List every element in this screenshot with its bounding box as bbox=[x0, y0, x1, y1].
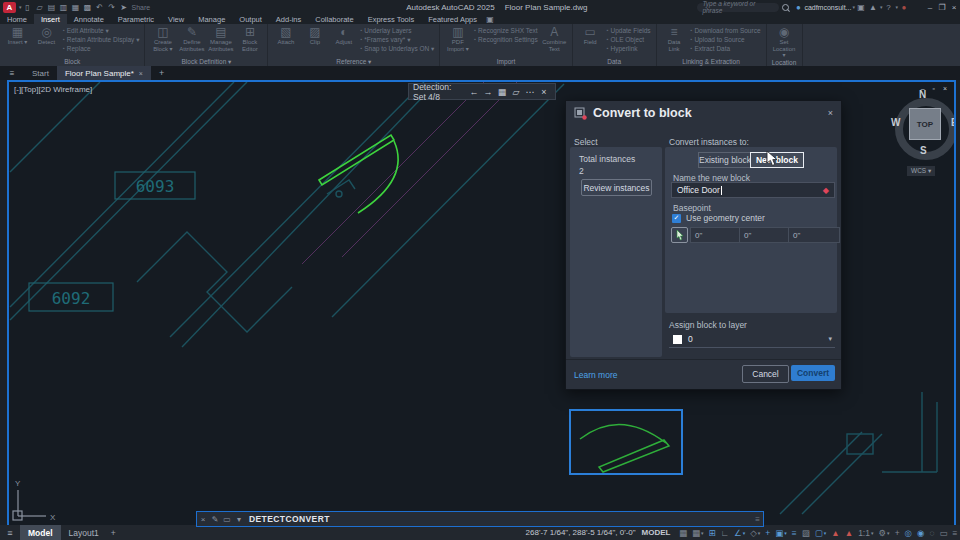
new-file-tab-button[interactable]: + bbox=[159, 68, 164, 78]
viewcube[interactable]: N W E S TOP WCS ▾ bbox=[891, 90, 953, 182]
autoscale-icon[interactable]: ▲ bbox=[842, 528, 855, 538]
ribbon-tab-featured-apps[interactable]: Featured Apps bbox=[421, 14, 484, 24]
annotation-scale-control[interactable]: 1:1▾ bbox=[856, 528, 876, 538]
update-fields-button[interactable]: ▪Update Fields bbox=[607, 26, 651, 35]
transparency-icon[interactable]: ▨ bbox=[799, 528, 812, 538]
layer-dropdown[interactable]: 0 ▾ bbox=[669, 331, 835, 348]
existing-block-toggle[interactable]: Existing block bbox=[698, 152, 752, 168]
layout-menu-icon[interactable]: ≡ bbox=[4, 528, 16, 538]
cart-icon[interactable]: ▣ bbox=[855, 3, 867, 12]
viewcube-north[interactable]: N bbox=[919, 89, 926, 100]
convert-button[interactable]: Convert bbox=[791, 365, 835, 381]
close-command-icon[interactable]: × bbox=[197, 515, 209, 524]
geometry-center-checkbox[interactable]: ✓ bbox=[672, 214, 681, 223]
basepoint-y-field[interactable]: 0" bbox=[739, 227, 791, 243]
snap-mode-icon[interactable]: ▦▾ bbox=[690, 528, 707, 538]
underlay-layers-button[interactable]: ▪Underlay Layers bbox=[360, 26, 434, 35]
upload-to-source-button[interactable]: ▪Upload to Source bbox=[691, 35, 761, 44]
dialog-header[interactable]: Convert to block × bbox=[566, 101, 841, 125]
block-name-input[interactable]: Office Door ◆ bbox=[671, 182, 835, 198]
more-options-icon[interactable]: ⋯ bbox=[523, 87, 537, 97]
learn-more-link[interactable]: Learn more bbox=[574, 370, 617, 380]
osnap-tracking-icon[interactable]: + bbox=[763, 528, 773, 538]
lineweight-icon[interactable]: ≡ bbox=[789, 528, 799, 538]
avatar-icon[interactable]: ● bbox=[898, 3, 910, 12]
manage-attributes-button[interactable]: ▤Manage Attributes bbox=[207, 25, 234, 52]
layout1-tab[interactable]: Layout1 bbox=[61, 525, 107, 540]
ribbon-tab-add-ins[interactable]: Add-ins bbox=[269, 14, 308, 24]
ribbon-tab-express-tools[interactable]: Express Tools bbox=[361, 14, 422, 24]
edit-attribute-button[interactable]: ▪Edit Attribute ▾ bbox=[63, 26, 139, 35]
infer-constraints-icon[interactable]: ⊞ bbox=[706, 528, 718, 538]
clip-button[interactable]: ▨Clip bbox=[301, 25, 328, 46]
recognize-shx-text-button[interactable]: ▪Recognize SHX Text bbox=[474, 26, 537, 35]
ribbon-tab-output[interactable]: Output bbox=[232, 14, 269, 24]
save-as-icon[interactable]: ▥ bbox=[58, 3, 70, 12]
ribbon-tab-manage[interactable]: Manage bbox=[191, 14, 232, 24]
add-layout-button[interactable]: + bbox=[111, 528, 116, 538]
ribbon-tab-view[interactable]: View bbox=[161, 14, 191, 24]
ole-object-button[interactable]: ▪OLE Object bbox=[607, 35, 651, 44]
dialog-close-icon[interactable]: × bbox=[828, 108, 833, 118]
attach-button[interactable]: ▧Attach bbox=[272, 25, 299, 46]
viewcube-south[interactable]: S bbox=[920, 145, 927, 156]
data-link-button[interactable]: ≡Data Link bbox=[661, 25, 688, 52]
search-icon[interactable] bbox=[782, 4, 789, 11]
download-from-source-button[interactable]: ▪Download from Source bbox=[691, 26, 761, 35]
annotation-visibility-icon[interactable]: ▲ bbox=[829, 528, 842, 538]
block-editor-button[interactable]: ⊞Block Editor bbox=[236, 25, 263, 52]
wcs-dropdown[interactable]: WCS ▾ bbox=[907, 166, 935, 176]
pdf-import-button[interactable]: ▥PDF Import ▾ bbox=[444, 25, 471, 52]
model-space-toggle[interactable]: MODEL bbox=[642, 528, 671, 537]
viewport-controls[interactable]: [-][Top][2D Wireframe] bbox=[14, 85, 92, 94]
file-tab-floor-plan[interactable]: Floor Plan Sample* × bbox=[57, 66, 151, 80]
close-icon[interactable]: × bbox=[537, 87, 551, 97]
set-location-button[interactable]: ◉Set Location ▾ bbox=[771, 25, 798, 59]
graphics-performance-icon[interactable]: ◉ bbox=[915, 528, 927, 538]
selection-cycling-icon[interactable]: ▢▾ bbox=[812, 528, 829, 538]
zoom-status-icon[interactable]: ◌ bbox=[927, 528, 937, 538]
share-button[interactable]: Share bbox=[132, 4, 151, 11]
grid-icon[interactable]: ▦ bbox=[677, 528, 690, 538]
workspace-gear-icon[interactable]: ⚙▾ bbox=[876, 528, 892, 538]
annotation-monitor-icon[interactable]: + bbox=[892, 528, 902, 538]
adjust-button[interactable]: ◐Adjust bbox=[330, 25, 357, 46]
use-geometry-center-row[interactable]: ✓ Use geometry center bbox=[672, 213, 765, 223]
retain-attribute-display-button[interactable]: ▪Retain Attribute Display ▾ bbox=[63, 35, 139, 44]
object-snap-icon[interactable]: ▣▾ bbox=[773, 528, 790, 538]
detect-button[interactable]: ◎Detect bbox=[33, 25, 60, 46]
redo-icon[interactable]: ↷ bbox=[106, 3, 118, 12]
viewcube-east[interactable]: E bbox=[951, 117, 956, 128]
hyperlink-button[interactable]: ▪Hyperlink bbox=[607, 44, 651, 53]
define-attributes-button[interactable]: ✎Define Attributes bbox=[178, 25, 205, 52]
frames-vary-button[interactable]: ▪*Frames vary* ▾ bbox=[360, 35, 434, 44]
remove-detection-icon[interactable]: ▱ bbox=[509, 87, 523, 97]
user-icon[interactable]: ● bbox=[792, 3, 804, 12]
field-button[interactable]: ▭Field bbox=[577, 25, 604, 46]
recent-commands-icon[interactable]: ▭ bbox=[221, 515, 233, 524]
create-block-button[interactable]: ◫Create Block ▾ bbox=[149, 25, 176, 52]
ribbon-tab-collaborate[interactable]: Collaborate bbox=[308, 14, 360, 24]
replace-button[interactable]: ▪Replace bbox=[63, 44, 139, 53]
ribbon-panel-label-import[interactable]: Import bbox=[440, 57, 571, 66]
share-icon[interactable]: ➤ bbox=[118, 3, 130, 12]
help-icon[interactable]: ? bbox=[882, 3, 894, 12]
detected-door-instance[interactable] bbox=[319, 135, 398, 213]
ribbon-panel-label-block-definition[interactable]: Block Definition ▾ bbox=[145, 57, 267, 66]
previous-detection-icon[interactable]: ← bbox=[467, 87, 481, 97]
ribbon-tab-home[interactable]: Home bbox=[0, 14, 34, 24]
polar-tracking-icon[interactable]: ∠▾ bbox=[732, 528, 748, 538]
file-tab-close-icon[interactable]: × bbox=[139, 70, 143, 77]
minimize-button[interactable]: – bbox=[924, 3, 936, 12]
next-detection-icon[interactable]: → bbox=[481, 87, 495, 97]
pick-basepoint-button[interactable] bbox=[671, 227, 688, 243]
print-icon[interactable]: ▩ bbox=[82, 3, 94, 12]
ribbon-panel-label-linking-extraction[interactable]: Linking & Extraction bbox=[657, 57, 766, 66]
new-file-icon[interactable]: ▯ bbox=[22, 3, 34, 12]
ribbon-tab-insert[interactable]: Insert bbox=[34, 14, 67, 24]
basepoint-x-field[interactable]: 0" bbox=[690, 227, 742, 243]
cancel-button[interactable]: Cancel bbox=[742, 365, 789, 383]
clean-screen-icon[interactable]: ▭ bbox=[937, 528, 950, 538]
open-file-icon[interactable]: ▱ bbox=[34, 3, 46, 12]
customize-command-icon[interactable]: ✎ bbox=[209, 515, 221, 524]
